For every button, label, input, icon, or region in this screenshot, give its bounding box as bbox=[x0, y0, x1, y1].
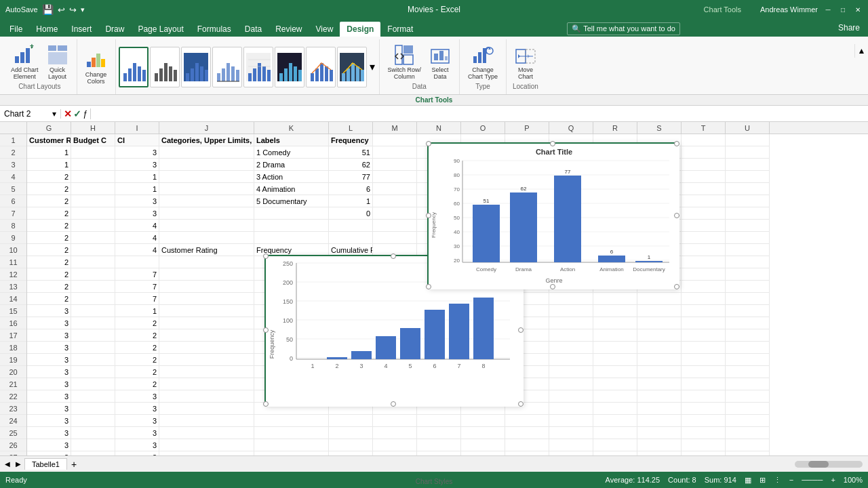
row-3[interactable]: 3 bbox=[0, 159, 26, 171]
h-scrollbar[interactable] bbox=[82, 461, 868, 468]
col-header-h[interactable]: H bbox=[71, 122, 115, 134]
cell-l3[interactable]: 62 bbox=[329, 159, 373, 171]
cell-k3[interactable]: 2 Drama bbox=[254, 159, 329, 171]
row-9[interactable]: 9 bbox=[0, 232, 26, 244]
redo-icon[interactable]: ↪ bbox=[69, 5, 77, 15]
row-27[interactable]: 27 bbox=[0, 451, 26, 455]
row-10[interactable]: 10 bbox=[0, 244, 26, 256]
tab-format[interactable]: Format bbox=[380, 22, 420, 37]
chart-style-1[interactable] bbox=[119, 47, 149, 87]
restore-btn[interactable]: □ bbox=[838, 5, 848, 14]
tab-data[interactable]: Data bbox=[238, 22, 269, 37]
row-22[interactable]: 22 bbox=[0, 390, 26, 403]
col-header-j[interactable]: J bbox=[159, 122, 254, 134]
tab-formulas[interactable]: Formulas bbox=[191, 22, 238, 37]
row-8[interactable]: 8 bbox=[0, 220, 26, 232]
change-colors-btn[interactable]: ChangeColors bbox=[83, 47, 110, 86]
row-6[interactable]: 6 bbox=[0, 195, 26, 207]
handle-bl2[interactable] bbox=[426, 284, 431, 289]
handle-tm2[interactable] bbox=[550, 141, 555, 146]
save-icon[interactable]: 💾 bbox=[42, 4, 54, 15]
cell-l5[interactable]: 6 bbox=[329, 183, 373, 195]
quick-layout-btn[interactable]: QuickLayout bbox=[44, 43, 71, 82]
h-scroll-thumb[interactable] bbox=[808, 461, 829, 468]
cell-i1[interactable]: CI bbox=[115, 134, 159, 146]
handle-br[interactable] bbox=[518, 401, 524, 407]
tab-draw[interactable]: Draw bbox=[98, 22, 131, 37]
switch-row-col-btn[interactable]: Switch Row/Column bbox=[385, 43, 425, 82]
col-header-p[interactable]: P bbox=[505, 122, 549, 134]
name-box[interactable]: Chart 2 ▾ bbox=[0, 109, 61, 119]
insert-function-btn[interactable]: ƒ bbox=[83, 109, 87, 119]
col-header-k[interactable]: K bbox=[254, 122, 329, 134]
handle-bl[interactable] bbox=[263, 401, 269, 407]
add-chart-element-btn[interactable]: + Add ChartElement bbox=[8, 43, 41, 82]
cell-t1[interactable] bbox=[682, 134, 726, 146]
chart-style-7[interactable] bbox=[306, 47, 336, 87]
row-18[interactable]: 18 bbox=[0, 342, 26, 354]
cell-i2[interactable]: 3 bbox=[115, 146, 159, 159]
row-5[interactable]: 5 bbox=[0, 183, 26, 195]
cell-k5[interactable]: 4 Animation bbox=[254, 183, 329, 195]
undo-icon[interactable]: ↩ bbox=[58, 5, 65, 15]
row-1[interactable]: 1 bbox=[0, 134, 26, 146]
handle-mr[interactable] bbox=[518, 327, 524, 333]
tab-view[interactable]: View bbox=[309, 22, 340, 37]
chart-genre-barchart[interactable]: Chart Title Frequency 90 80 70 bbox=[427, 142, 678, 288]
ribbon-collapse-btn[interactable]: ▲ bbox=[854, 44, 868, 58]
chart-styles-more[interactable]: ▾ bbox=[368, 59, 376, 75]
cell-j2[interactable] bbox=[159, 146, 254, 159]
row-2[interactable]: 2 bbox=[0, 146, 26, 159]
cell-l7[interactable]: 0 bbox=[329, 207, 373, 220]
view-pagebreak-btn[interactable]: ⋮ bbox=[774, 476, 781, 485]
chart-style-3[interactable] bbox=[181, 47, 211, 87]
col-header-o[interactable]: O bbox=[461, 122, 505, 134]
tab-review[interactable]: Review bbox=[269, 22, 309, 37]
view-layout-btn[interactable]: ⊞ bbox=[760, 476, 766, 485]
minimize-btn[interactable]: ─ bbox=[823, 5, 833, 14]
handle-ml2[interactable] bbox=[426, 213, 431, 218]
col-header-m[interactable]: M bbox=[373, 122, 417, 134]
cell-g2[interactable]: 1 bbox=[27, 146, 71, 159]
cell-i4[interactable]: 1 bbox=[115, 171, 159, 183]
chart-style-4[interactable] bbox=[212, 47, 242, 87]
cell-h1[interactable]: Budget C bbox=[71, 134, 115, 146]
share-button[interactable]: Share bbox=[833, 20, 865, 35]
col-header-g[interactable]: G bbox=[27, 122, 71, 134]
sheet-next-btn[interactable]: ▶ bbox=[14, 460, 23, 468]
handle-ml[interactable] bbox=[263, 327, 269, 333]
cell-u1[interactable] bbox=[726, 134, 770, 146]
cell-g4[interactable]: 2 bbox=[27, 171, 71, 183]
col-header-s[interactable]: S bbox=[637, 122, 682, 134]
cell-h2[interactable] bbox=[71, 146, 115, 159]
handle-tl[interactable] bbox=[263, 253, 269, 259]
change-chart-type-btn[interactable]: ChangeChart Type bbox=[465, 43, 500, 82]
zoom-out-btn[interactable]: − bbox=[789, 476, 793, 484]
cell-g3[interactable]: 1 bbox=[27, 159, 71, 171]
row-20[interactable]: 20 bbox=[0, 366, 26, 378]
cell-k2[interactable]: 1 Comedy bbox=[254, 146, 329, 159]
row-15[interactable]: 15 bbox=[0, 305, 26, 317]
close-btn[interactable]: ✕ bbox=[853, 5, 863, 14]
cell-u2[interactable] bbox=[726, 146, 770, 159]
cell-h3[interactable] bbox=[71, 159, 115, 171]
cell-l2[interactable]: 51 bbox=[329, 146, 373, 159]
row-14[interactable]: 14 bbox=[0, 293, 26, 305]
tab-pagelayout[interactable]: Page Layout bbox=[131, 22, 190, 37]
cancel-formula-btn[interactable]: ✕ bbox=[64, 108, 72, 119]
col-header-u[interactable]: U bbox=[726, 122, 770, 134]
row-13[interactable]: 13 bbox=[0, 281, 26, 293]
chart-style-2[interactable] bbox=[150, 47, 180, 87]
row-19[interactable]: 19 bbox=[0, 354, 26, 366]
view-normal-btn[interactable]: ▦ bbox=[745, 476, 751, 485]
handle-mr2[interactable] bbox=[674, 213, 679, 218]
cell-k4[interactable]: 3 Action bbox=[254, 171, 329, 183]
tab-insert[interactable]: Insert bbox=[64, 22, 98, 37]
name-box-dropdown[interactable]: ▾ bbox=[52, 109, 56, 119]
handle-tm[interactable] bbox=[391, 253, 396, 259]
cell-k1[interactable]: Labels bbox=[254, 134, 329, 146]
row-17[interactable]: 17 bbox=[0, 329, 26, 342]
cell-t2[interactable] bbox=[682, 146, 726, 159]
sheet-prev-btn[interactable]: ◀ bbox=[3, 460, 12, 468]
cell-j1[interactable]: Categories, Upper Limits, Bins bbox=[159, 134, 254, 146]
